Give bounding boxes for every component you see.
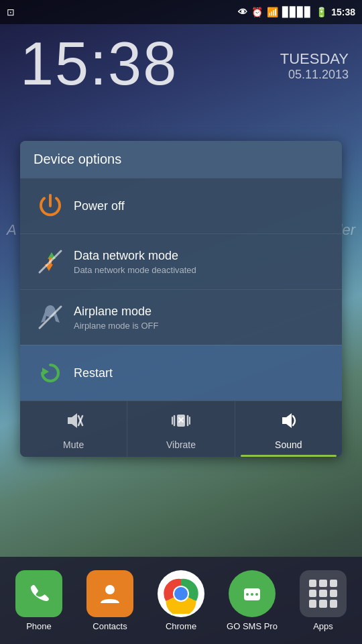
contacts-app-icon xyxy=(86,570,133,617)
data-icon-container xyxy=(34,245,67,278)
sound-button[interactable]: Sound xyxy=(235,401,342,457)
status-bar: ⊡ 👁 ⏰ 📶 ▊▊▊▊ 🔋 15:38 xyxy=(0,0,362,24)
restart-text: Restart xyxy=(74,366,113,380)
svg-line-4 xyxy=(40,251,61,272)
data-network-item[interactable]: Data network mode Data network mode deac… xyxy=(20,233,342,289)
sound-controls: Mute Vibrate xyxy=(20,400,342,457)
vibrate-icon xyxy=(171,411,191,435)
power-icon-container xyxy=(34,189,67,223)
alarm-icon: ⏰ xyxy=(251,7,263,17)
wifi-icon: 📶 xyxy=(267,7,278,17)
data-network-subtitle: Data network mode deactivated xyxy=(74,265,196,275)
airplane-mode-item[interactable]: Airplane mode Airplane mode is OFF xyxy=(20,289,342,345)
restart-label: Restart xyxy=(74,366,113,380)
gosms-label: GO SMS Pro xyxy=(227,621,278,631)
dock-item-contacts[interactable]: Contacts xyxy=(80,570,140,631)
svg-marker-6 xyxy=(42,368,49,376)
data-network-text: Data network mode Data network mode deac… xyxy=(74,249,196,275)
chrome-label: Chrome xyxy=(166,621,196,631)
vibrate-button[interactable]: Vibrate xyxy=(127,401,235,457)
airplane-mode-subtitle: Airplane mode is OFF xyxy=(74,321,158,331)
clock-display: 15:38 xyxy=(20,34,178,94)
power-off-text: Power off xyxy=(74,199,125,213)
main-clock: 15:38 xyxy=(20,34,178,94)
svg-point-26 xyxy=(251,593,253,596)
dock: Phone Contacts xyxy=(0,557,362,644)
apps-label: Apps xyxy=(313,621,333,631)
battery-icon: 🔋 xyxy=(316,7,327,17)
sound-label: Sound xyxy=(275,439,302,450)
status-time: 15:38 xyxy=(331,7,355,17)
signal-icon: ▊▊▊▊ xyxy=(282,7,312,17)
power-off-item[interactable]: Power off xyxy=(20,178,342,233)
panel-header: Device options xyxy=(20,141,342,178)
mute-button[interactable]: Mute xyxy=(20,401,127,457)
status-left-icons: ⊡ xyxy=(7,7,15,17)
vibrate-label: Vibrate xyxy=(166,439,196,450)
airplane-mode-label: Airplane mode xyxy=(74,305,158,319)
data-network-label: Data network mode xyxy=(74,249,196,263)
phone-app-icon xyxy=(15,570,62,617)
dock-item-gosms[interactable]: GO SMS Pro xyxy=(222,570,282,631)
svg-point-25 xyxy=(246,593,249,596)
dock-item-apps[interactable]: Apps xyxy=(293,570,353,631)
screenshot-icon: ⊡ xyxy=(7,7,15,17)
gosms-app-icon xyxy=(229,570,276,617)
status-right-icons: 👁 ⏰ 📶 ▊▊▊▊ 🔋 15:38 xyxy=(238,7,355,17)
airplane-mode-text: Airplane mode Airplane mode is OFF xyxy=(74,305,158,331)
dock-item-phone[interactable]: Phone xyxy=(9,570,69,631)
side-text-left: A xyxy=(7,221,17,239)
contacts-label: Contacts xyxy=(93,621,127,631)
airplane-icon-container xyxy=(34,301,67,334)
dock-item-chrome[interactable]: Chrome xyxy=(151,570,211,631)
apps-app-icon xyxy=(300,570,347,617)
eye-icon: 👁 xyxy=(238,7,247,17)
restart-icon-container xyxy=(34,356,67,390)
svg-point-22 xyxy=(174,587,188,600)
power-off-label: Power off xyxy=(74,199,125,213)
svg-point-27 xyxy=(255,593,258,596)
date-info: TUESDAY 05.11.2013 xyxy=(280,50,349,82)
restart-item[interactable]: Restart xyxy=(20,345,342,400)
panel-title: Device options xyxy=(34,152,121,166)
device-options-panel: Device options Power off xyxy=(20,141,342,457)
app-grid-icon xyxy=(309,580,337,608)
svg-point-16 xyxy=(105,585,115,594)
date-string: 05.11.2013 xyxy=(280,68,349,82)
chrome-app-icon xyxy=(158,570,204,617)
day-name: TUESDAY xyxy=(280,50,349,68)
mute-icon xyxy=(64,411,84,435)
mute-label: Mute xyxy=(63,439,84,450)
modal-overlay: Device options Power off xyxy=(20,141,342,457)
sound-icon xyxy=(278,411,298,435)
sound-active-indicator xyxy=(241,455,337,457)
phone-label: Phone xyxy=(26,621,52,631)
